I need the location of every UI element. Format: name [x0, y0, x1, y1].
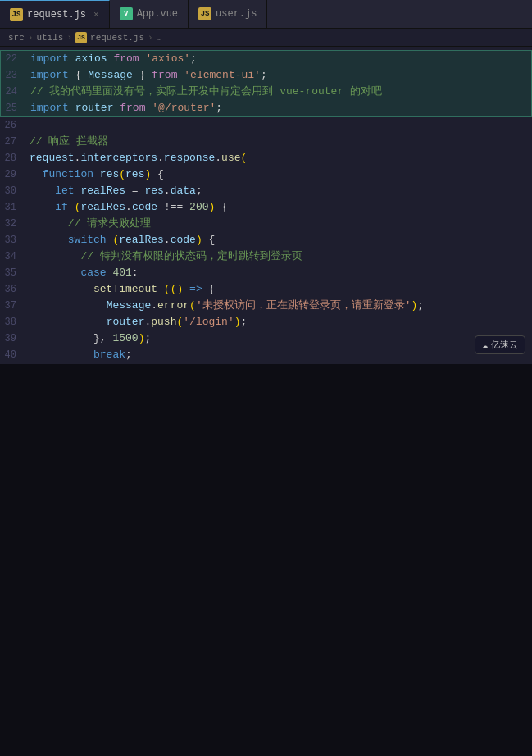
code-line: 39 }, 1500);	[0, 330, 532, 347]
line-number: 25	[1, 100, 30, 116]
tab-label: App.vue	[137, 8, 178, 20]
line-number: 35	[0, 265, 30, 281]
breadcrumb-sep2: ›	[66, 33, 72, 43]
line-number: 38	[0, 314, 30, 330]
breadcrumb: src › utils › JS request.js › …	[0, 29, 532, 47]
line-code: router.push('/login');	[30, 314, 525, 330]
breadcrumb-sep1: ›	[28, 33, 34, 43]
vue-icon: V	[120, 7, 133, 20]
line-number: 23	[1, 67, 30, 84]
line-number: 33	[0, 232, 30, 248]
line-code: import axios from 'axios';	[30, 51, 525, 67]
breadcrumb-file: request.js	[90, 33, 144, 43]
line-code: function res(res) {	[30, 166, 525, 183]
code-line: 28request.interceptors.response.use(	[0, 150, 532, 166]
line-number: 37	[0, 298, 30, 314]
line-code: switch (realRes.code) {	[30, 232, 525, 248]
js-icon: JS	[198, 7, 211, 20]
breadcrumb-ellipsis: …	[157, 33, 162, 43]
tab-bar: JS request.js × V App.vue JS user.js	[0, 0, 532, 29]
line-code: import router from '@/router';	[30, 100, 525, 116]
code-line: 35 case 401:	[0, 265, 532, 281]
line-code: // 响应 拦截器	[30, 134, 525, 150]
line-number: 27	[0, 134, 30, 150]
line-number: 39	[0, 330, 30, 347]
code-line: 27// 响应 拦截器	[0, 134, 532, 150]
code-line: 25import router from '@/router';	[0, 100, 532, 117]
code-line: 33 switch (realRes.code) {	[0, 232, 532, 248]
line-code: if (realRes.code !== 200) {	[30, 199, 525, 216]
line-code: case 401:	[30, 265, 525, 281]
line-code: // 我的代码里面没有号，实际上开发中肯定会用到 vue-router 的对吧	[30, 84, 525, 100]
line-number: 22	[1, 51, 30, 67]
breadcrumb-utils: utils	[36, 33, 63, 43]
line-number: 29	[0, 166, 30, 183]
breadcrumb-js-icon: JS	[75, 32, 87, 43]
line-code: Message.error('未授权访问，正在跳转登录页，请重新登录');	[30, 298, 525, 314]
line-number: 26	[0, 117, 30, 134]
line-number: 32	[0, 216, 30, 232]
line-code: setTimeout (() => {	[30, 281, 525, 298]
line-number: 24	[1, 84, 30, 100]
yunxin-text: 亿速云	[491, 339, 518, 351]
code-line: 38 router.push('/login');	[0, 314, 532, 330]
line-code: request.interceptors.response.use(	[30, 150, 525, 166]
line-number: 28	[0, 150, 30, 166]
code-line: 26	[0, 117, 532, 134]
code-line: 24// 我的代码里面没有号，实际上开发中肯定会用到 vue-router 的对…	[0, 84, 532, 100]
code-line: 31 if (realRes.code !== 200) {	[0, 199, 532, 216]
code-line: 34 // 特判没有权限的状态码，定时跳转到登录页	[0, 248, 532, 265]
line-number: 36	[0, 281, 30, 298]
yunxin-icon: ☁	[482, 339, 488, 350]
tab-close-icon[interactable]: ×	[93, 10, 99, 20]
tab-app-vue[interactable]: V App.vue	[110, 0, 189, 28]
line-code: let realRes = res.data;	[30, 183, 525, 199]
js-icon: JS	[10, 8, 23, 21]
line-number: 34	[0, 248, 30, 265]
code-line: 23import { Message } from 'element-ui';	[0, 67, 532, 84]
tab-label: user.js	[216, 8, 257, 20]
code-line: 37 Message.error('未授权访问，正在跳转登录页，请重新登录');	[0, 298, 532, 314]
line-code: import { Message } from 'element-ui';	[30, 67, 525, 84]
line-code: // 请求失败处理	[30, 216, 525, 232]
breadcrumb-src: src	[8, 33, 25, 43]
yunxin-badge: ☁ 亿速云	[475, 335, 525, 354]
line-number: 30	[0, 183, 30, 199]
bottom-area	[0, 364, 532, 756]
line-code: }, 1500);	[30, 330, 525, 347]
line-code: // 特判没有权限的状态码，定时跳转到登录页	[30, 248, 525, 265]
code-line: 32 // 请求失败处理	[0, 216, 532, 232]
code-line: 36 setTimeout (() => {	[0, 281, 532, 298]
line-code: break;	[30, 347, 525, 363]
code-line: 29 function res(res) {	[0, 166, 532, 183]
tab-request-js[interactable]: JS request.js ×	[0, 0, 110, 28]
code-line: 30 let realRes = res.data;	[0, 183, 532, 199]
code-editor: 22import axios from 'axios';23import { M…	[0, 47, 532, 383]
line-number: 40	[0, 347, 30, 363]
code-line: 40 break;	[0, 347, 532, 363]
line-number: 31	[0, 199, 30, 216]
code-line: 22import axios from 'axios';	[0, 50, 532, 67]
breadcrumb-sep3: ›	[148, 33, 153, 43]
tab-label: request.js	[27, 9, 86, 20]
tab-user-js[interactable]: JS user.js	[189, 0, 267, 28]
